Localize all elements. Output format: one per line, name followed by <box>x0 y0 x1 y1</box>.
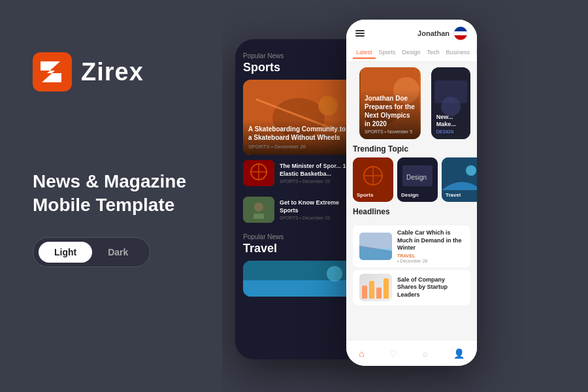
tagline: News & Magazine Mobile Template <box>33 170 209 218</box>
featured-title-2: New...Make... <box>436 114 456 128</box>
dark-news-item-2[interactable]: Get to Know Extreme Sports SPORTS • Dece… <box>235 191 363 228</box>
dark-news-item-1[interactable]: The Minister of Spor... 100 Elastic Bask… <box>235 155 363 191</box>
user-avatar <box>453 26 468 41</box>
headline-thumb-1 <box>359 233 392 260</box>
dark-travel-label: Popular News <box>235 228 363 242</box>
dark-news-thumb-1 <box>243 160 274 186</box>
headlines-section: Cable Car Which is Much in Demand in the… <box>346 220 477 310</box>
tab-business[interactable]: Business <box>443 47 474 59</box>
svg-text:Design: Design <box>406 174 427 181</box>
dark-news-cat-2: SPORTS <box>280 216 299 220</box>
theme-dark-button[interactable]: Dark <box>92 242 144 263</box>
bookmark-nav-icon[interactable]: ♡ <box>389 348 398 359</box>
dark-news-info-1: The Minister of Spor... 100 Elastic Bask… <box>280 163 355 184</box>
phone-dark-content: Popular News Sports A Skateboarding Comm… <box>235 39 363 359</box>
headlines-heading: Headlines <box>346 202 477 220</box>
dark-news-title-2: Get to Know Extreme Sports <box>280 199 355 214</box>
svg-point-29 <box>466 165 476 176</box>
nav-tabs: Latest Sports Design Tech Business Healt… <box>346 44 477 62</box>
dark-hero-meta: SPORTS • December 26 <box>248 144 350 150</box>
featured-story-2[interactable]: New...Make... DESIGN <box>431 67 470 139</box>
dark-hero-title: A Skateboarding Community to a Skateboar… <box>248 125 350 142</box>
phones-area: Popular News Sports A Skateboarding Comm… <box>222 0 588 392</box>
dark-hero-card[interactable]: A Skateboarding Community to a Skateboar… <box>243 80 355 155</box>
light-status-bar: Jonathan <box>346 20 477 44</box>
travel-image <box>243 261 355 297</box>
basketball-image <box>243 160 274 186</box>
hamburger-icon[interactable] <box>355 30 365 37</box>
headline-date-1: • December 26 <box>397 259 464 263</box>
tab-sports[interactable]: Sports <box>376 47 399 59</box>
tab-design[interactable]: Design <box>399 47 424 59</box>
trending-heading: Trending Topic <box>346 139 477 157</box>
chart-visual <box>359 274 392 301</box>
headline-info-1: Cable Car Which is Much in Demand in the… <box>397 229 464 263</box>
phone-light: Jonathan Latest Sports Design Tech Busin… <box>346 20 477 366</box>
dark-sports-title: Sports <box>235 61 363 80</box>
svg-rect-13 <box>243 280 355 297</box>
app-name: Zirex <box>81 58 144 86</box>
chart-bar-2 <box>369 281 374 299</box>
phone-dark: Popular News Sports A Skateboarding Comm… <box>235 39 363 359</box>
home-nav-icon[interactable]: ⌂ <box>359 348 364 359</box>
headline-title-1: Cable Car Which is Much in Demand in the… <box>397 229 464 252</box>
svg-point-4 <box>318 96 338 116</box>
dark-news-date-2: • December 26 <box>300 216 330 220</box>
light-main-content: Jonathan Doe Prepares for the Next Olymp… <box>346 62 477 356</box>
headline-thumb-2 <box>359 274 392 301</box>
chart-bar-4 <box>384 278 389 299</box>
dark-news-meta-1: SPORTS • December 26 <box>280 179 355 184</box>
headline-cat-1: TRAVEL <box>397 253 464 258</box>
left-section: Zirex News & Magazine Mobile Template Li… <box>0 0 242 392</box>
tab-health[interactable]: Health <box>473 47 477 59</box>
dark-travel-hero[interactable] <box>243 261 355 297</box>
trending-row: Sports Design Design Tr <box>346 157 477 202</box>
tab-latest[interactable]: Latest <box>353 47 376 59</box>
trending-travel-label: Travel <box>446 192 461 198</box>
ski-image <box>359 233 392 260</box>
chart-bar-1 <box>362 286 367 299</box>
logo-area: Zirex <box>33 52 209 91</box>
chart-bar-3 <box>376 287 382 299</box>
story-overlay-1: Jonathan Doe Prepares for the Next Olymp… <box>359 89 421 139</box>
dark-news-info-2: Get to Know Extreme Sports SPORTS • Dece… <box>280 199 355 220</box>
svg-rect-11 <box>253 214 264 219</box>
theme-light-button[interactable]: Light <box>39 242 92 263</box>
featured-cat-1: SPORTS <box>365 129 384 134</box>
bottom-nav: ⌂ ♡ ⌕ 👤 <box>346 340 477 366</box>
featured-overlay-2: New...Make... DESIGN <box>436 114 456 134</box>
profile-nav-icon[interactable]: 👤 <box>453 348 465 359</box>
dark-news-thumb-2 <box>243 197 274 223</box>
tab-tech[interactable]: Tech <box>424 47 443 59</box>
search-nav-icon[interactable]: ⌕ <box>423 348 428 359</box>
trending-sports[interactable]: Sports <box>353 157 393 202</box>
dark-hero-overlay: A Skateboarding Community to a Skateboar… <box>243 120 355 155</box>
dark-sports-label: Popular News <box>235 47 363 61</box>
dark-news-date-1: • December 26 <box>300 179 330 184</box>
headline-item-2[interactable]: Sale of Company Shares by Startup Leader… <box>353 270 470 305</box>
dark-news-meta-2: SPORTS • December 26 <box>280 216 355 220</box>
featured-story-1[interactable]: Jonathan Doe Prepares for the Next Olymp… <box>359 67 421 139</box>
headline-title-2: Sale of Company Shares by Startup Leader… <box>397 276 464 299</box>
trending-design-label: Design <box>401 192 419 198</box>
featured-title-1: Jonathan Doe Prepares for the Next Olymp… <box>365 94 416 128</box>
featured-meta-1: SPORTS • November 5 <box>365 129 416 134</box>
svg-point-14 <box>327 266 342 282</box>
featured-cat-2: DESIGN <box>436 129 456 134</box>
dark-news-title-1: The Minister of Spor... 100 Elastic Bask… <box>280 163 355 178</box>
extreme-sports-image <box>243 197 274 223</box>
featured-row: Jonathan Doe Prepares for the Next Olymp… <box>346 67 477 139</box>
trending-design[interactable]: Design Design <box>397 157 438 202</box>
theme-switcher[interactable]: Light Dark <box>33 237 150 267</box>
dark-news-cat-1: SPORTS <box>280 179 299 184</box>
dark-travel-title: Travel <box>235 242 363 261</box>
tagline-line1: News & Magazine <box>33 170 209 193</box>
svg-point-10 <box>254 203 263 212</box>
headline-item-1[interactable]: Cable Car Which is Much in Demand in the… <box>353 225 470 267</box>
trending-travel[interactable]: Travel <box>442 157 477 202</box>
tagline-line2: Mobile Template <box>33 193 209 217</box>
headline-info-2: Sale of Company Shares by Startup Leader… <box>397 276 464 299</box>
user-name: Jonathan <box>417 29 449 37</box>
featured-date-1: • November 5 <box>385 129 413 134</box>
dark-hero-category: SPORTS <box>248 144 270 150</box>
